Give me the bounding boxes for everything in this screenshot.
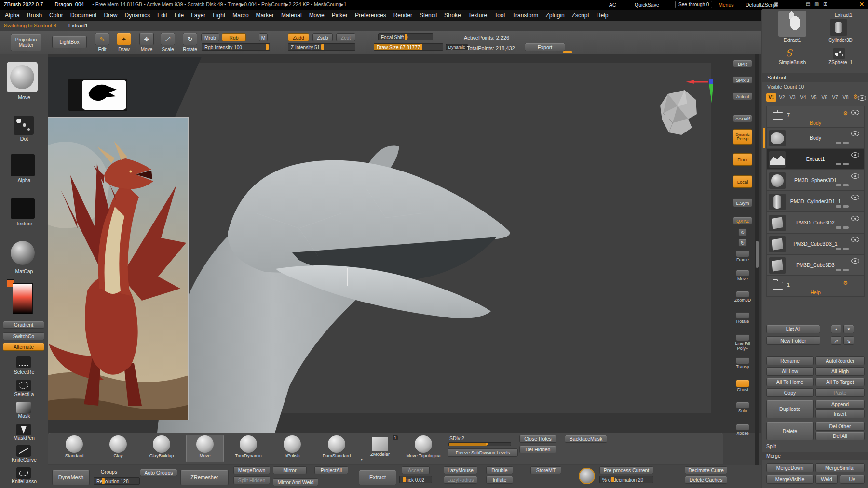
menu-item[interactable]: Dynamics — [124, 12, 150, 19]
menu-item[interactable]: Alpha — [5, 12, 20, 19]
move-up-icon[interactable]: ▲ — [831, 325, 841, 333]
split-section-header[interactable]: Split — [766, 443, 776, 449]
subtool-sliders[interactable] — [836, 248, 849, 250]
inflate-button[interactable]: Inflate — [486, 476, 513, 484]
all-to-home-button[interactable]: All To Home — [766, 378, 814, 386]
lazyradius-button[interactable]: LazyRadius — [444, 476, 477, 484]
strip-move[interactable]: Move — [730, 270, 756, 281]
alpha-slot[interactable] — [11, 154, 35, 176]
subtool-folder-row[interactable]: 1 ⚙ Help — [766, 276, 865, 297]
strip-lsym[interactable]: L.Sym — [730, 198, 756, 207]
knife-curve-icon[interactable] — [16, 445, 31, 457]
subtool-row-selected[interactable]: Extract1 — [766, 148, 865, 170]
spin-icon[interactable]: ↻ — [730, 228, 756, 236]
double-button[interactable]: Double — [486, 466, 513, 474]
eye-icon[interactable] — [851, 195, 859, 200]
strip-bpr[interactable]: BPR — [730, 60, 756, 67]
menu-item[interactable]: Movie — [309, 12, 325, 19]
eye-icon[interactable] — [851, 216, 859, 221]
all-high-button[interactable]: All High — [815, 367, 865, 376]
gear-icon[interactable]: ⚙ — [843, 280, 848, 286]
menu-item[interactable]: Tool — [494, 12, 505, 19]
subtool-row[interactable]: PM3D_Sphere3D1 — [766, 170, 865, 191]
menu-item[interactable]: Transform — [512, 12, 538, 19]
sdiv-slider[interactable] — [448, 442, 511, 446]
gear-icon[interactable]: ⚙ — [843, 110, 848, 117]
menu-item[interactable]: Edit — [157, 12, 167, 19]
brush-zmodeler[interactable]: ZModeler 1 — [361, 435, 399, 462]
eye-icon[interactable] — [851, 258, 859, 264]
extract-button[interactable]: Extract — [359, 470, 396, 485]
rgb-button[interactable]: Rgb — [222, 33, 246, 41]
mirror-and-weld-button[interactable]: Mirror And Weld — [273, 478, 318, 486]
scale-mode-icon[interactable]: ⤢ — [161, 33, 175, 45]
tool-thumbnail-cylinder[interactable] — [830, 19, 847, 36]
strip-polyframe[interactable]: Line FillPolyF — [730, 334, 756, 351]
menu-item[interactable]: Material — [281, 12, 302, 19]
rgb-intensity-slider[interactable]: Rgb Intensity 100 — [202, 43, 270, 51]
menu-item[interactable]: Preferences — [355, 12, 386, 19]
projection-master-button[interactable]: Projection Master — [11, 34, 41, 51]
all-to-target-button[interactable]: All To Target — [815, 378, 865, 386]
storemt-button[interactable]: StoreMT — [530, 466, 561, 474]
strip-floor[interactable]: Floor — [730, 153, 756, 166]
color-picker[interactable] — [13, 283, 33, 314]
version-tab[interactable]: V6 — [819, 93, 829, 102]
rotate-mode-icon[interactable]: ↻ — [183, 33, 197, 45]
close-holes-button[interactable]: Close Holes — [519, 435, 556, 443]
decimate-current-button[interactable]: Decimate Curre — [685, 466, 727, 474]
zsub-button[interactable]: Zsub — [312, 33, 333, 41]
backfacemask-button[interactable]: BackfaceMask — [565, 435, 607, 443]
menu-item[interactable]: Brush — [27, 12, 42, 19]
subtool-sliders[interactable] — [836, 163, 849, 165]
thick-slider[interactable]: Thick 0.02 — [399, 476, 432, 483]
simplebrush-icon[interactable]: S — [786, 47, 799, 59]
duplicate-button[interactable]: Duplicate — [766, 400, 814, 418]
mergevisible-button[interactable]: MergeVisible — [766, 475, 814, 484]
paste-button[interactable]: Paste — [815, 388, 865, 397]
select-rect-icon[interactable] — [16, 356, 31, 368]
subtool-row[interactable]: PM3D_Cube3D2 — [766, 212, 865, 233]
z-intensity-slider[interactable]: Z Intensity 51 — [288, 43, 355, 51]
del-other-button[interactable]: Del Other — [815, 422, 865, 431]
window-expand-icon[interactable]: ⊞ — [823, 1, 827, 7]
strip-local[interactable]: Local — [730, 175, 756, 188]
matcap-sphere[interactable] — [11, 241, 35, 265]
move-out-folder-icon[interactable]: ↗ — [831, 336, 841, 345]
rename-button[interactable]: Rename — [766, 356, 814, 365]
strip-spix[interactable]: SPix 3 — [730, 76, 756, 84]
subtool-sliders[interactable] — [836, 205, 849, 208]
menu-item[interactable]: Render — [393, 12, 412, 19]
brush-move-topological[interactable]: Move Topologica — [405, 435, 442, 462]
lazymouse-button[interactable]: LazyMouse — [444, 466, 477, 474]
tool-thumbnail-extract1[interactable] — [778, 11, 806, 37]
texture-slot[interactable] — [11, 198, 35, 219]
all-low-button[interactable]: All Low — [766, 367, 814, 376]
version-tab[interactable]: V7 — [830, 93, 840, 102]
subtool-folder-row[interactable]: 7 ⚙ Body — [766, 106, 865, 127]
append-button[interactable]: Append — [815, 400, 865, 409]
brush-standard[interactable]: Standard — [55, 435, 93, 462]
reference-image[interactable] — [31, 117, 189, 420]
brush-trimdynamic[interactable]: TrimDynamic — [230, 435, 267, 462]
resolution-slider[interactable]: Resolution 128 — [94, 477, 140, 485]
menu-item[interactable]: Document — [70, 12, 97, 19]
subtool-row[interactable]: Body — [766, 127, 865, 148]
delete-button[interactable]: Delete — [766, 422, 814, 440]
gear-icon[interactable]: ⚙ — [853, 93, 858, 100]
strip-solo[interactable]: Solo — [730, 402, 756, 413]
brush-clay[interactable]: Clay — [99, 435, 137, 462]
subtool-row[interactable]: PM3D_Cube3D3_1 — [766, 233, 865, 254]
version-tab[interactable]: V3 — [787, 93, 798, 102]
menu-item[interactable]: Color — [49, 12, 63, 19]
eye-icon[interactable] — [858, 95, 866, 101]
version-tab[interactable]: V4 — [798, 93, 808, 102]
uv-button[interactable]: Uv — [840, 475, 865, 484]
brush-hpolish[interactable]: hPolish — [273, 435, 311, 462]
stroke-preview[interactable] — [14, 116, 34, 135]
see-through-button[interactable]: See-through 0 — [675, 1, 712, 8]
weld-button[interactable]: Weld — [815, 475, 838, 484]
zcut-button[interactable]: Zcut — [336, 33, 355, 41]
uv-sphere-icon[interactable] — [579, 468, 595, 484]
knife-lasso-icon[interactable] — [16, 467, 31, 479]
